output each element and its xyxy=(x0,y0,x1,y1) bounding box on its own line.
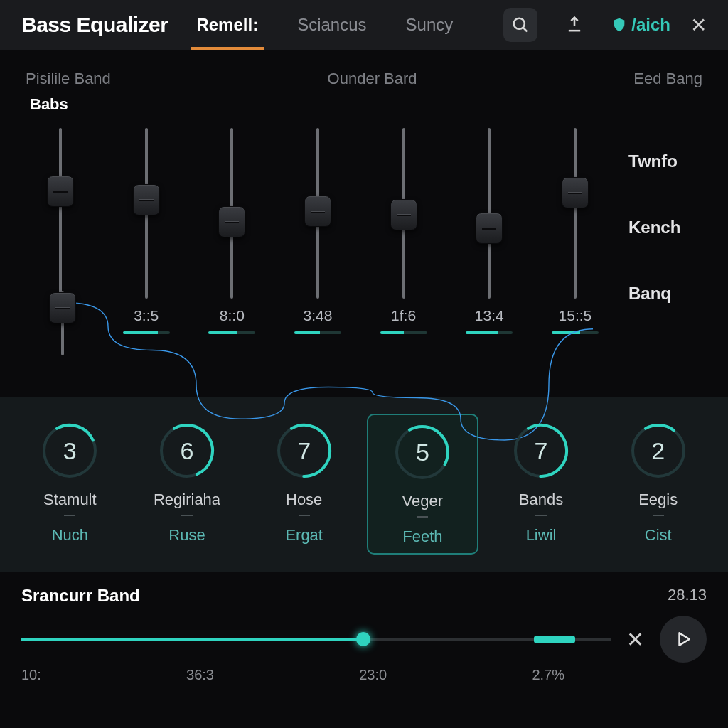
search-button[interactable] xyxy=(503,8,537,42)
eq-slider-5[interactable]: 13:4 xyxy=(471,128,507,334)
tab-remell[interactable]: Remell: xyxy=(196,0,258,50)
slider-thumb[interactable] xyxy=(476,213,503,244)
tab-sciancus[interactable]: Sciancus xyxy=(297,0,366,50)
preset-hose[interactable]: 7HoseErgat xyxy=(250,414,358,555)
eq-label-left: Pisilile Band xyxy=(26,70,111,88)
app-title: Bass Equalizer xyxy=(21,13,168,37)
eq-stage: 3::58::03:481f:613:415::5 Twnfo Kench Ba… xyxy=(21,114,707,384)
slider-thumb[interactable] xyxy=(218,206,245,237)
tick-1: 10: xyxy=(21,667,41,683)
preset-sub: Ruse xyxy=(168,526,205,545)
preset-name: Eegis xyxy=(638,491,678,509)
preset-sub: Cist xyxy=(645,526,672,545)
equalizer-panel: Pisilile Band Ounder Bard Eed Bang Babs … xyxy=(0,50,728,397)
eq-slider-6[interactable]: 15::5 xyxy=(557,128,593,334)
slider-track xyxy=(574,128,577,299)
eq-babs-label: Babs xyxy=(30,95,707,114)
progress-handle[interactable] xyxy=(356,632,370,646)
export-icon xyxy=(564,15,584,35)
slider-mini-bar xyxy=(294,331,341,334)
tabs: Remell: Sciancus Suncy xyxy=(196,0,453,50)
eq-right-label-3: Banq xyxy=(628,284,671,304)
eq-slider-2[interactable]: 8::0 xyxy=(214,128,250,334)
preset-eegis[interactable]: 2EegisCist xyxy=(604,414,712,555)
preset-dial: 3 xyxy=(40,421,100,481)
slider-thumb[interactable] xyxy=(133,184,160,215)
export-button[interactable] xyxy=(557,8,592,42)
slider-value-label: 1f:6 xyxy=(391,307,416,324)
shield-icon xyxy=(611,17,627,33)
slider-value-label: 3:48 xyxy=(304,307,333,324)
preset-dial: 6 xyxy=(157,421,217,481)
preset-number: 5 xyxy=(392,422,452,482)
eq-extra-slider[interactable] xyxy=(61,291,64,355)
slider-thumb[interactable] xyxy=(562,177,589,208)
slider-thumb[interactable] xyxy=(390,199,417,230)
preset-dial: 7 xyxy=(511,421,571,481)
eq-right-label-2: Kench xyxy=(628,218,680,237)
slider-mini-bar xyxy=(208,331,255,334)
preset-number: 6 xyxy=(157,421,217,481)
progress-row: ✕ xyxy=(21,616,707,663)
slider-mini-bar xyxy=(123,331,170,334)
slider-value-label: 13:4 xyxy=(475,307,504,324)
slider-mini-bar xyxy=(552,331,599,334)
progress-segment xyxy=(534,636,575,643)
eq-top-labels: Pisilile Band Ounder Bard Eed Bang xyxy=(21,70,707,88)
transport-close-button[interactable]: ✕ xyxy=(626,627,644,652)
preset-bands[interactable]: 7BandsLiwil xyxy=(487,414,596,555)
eq-slider-1[interactable]: 3::5 xyxy=(129,128,164,334)
eq-right-label-1: Twnfo xyxy=(628,151,678,171)
preset-dial: 7 xyxy=(274,421,334,481)
tick-4: 2.7% xyxy=(532,667,564,683)
preset-dial: 2 xyxy=(628,421,688,481)
tick-3: 23:0 xyxy=(359,667,387,683)
eq-extra-thumb[interactable] xyxy=(49,292,76,323)
preset-name: Veger xyxy=(402,492,444,510)
slider-value-label: 8::0 xyxy=(220,307,245,324)
eq-slider-4[interactable]: 1f:6 xyxy=(386,128,422,334)
preset-sub: Nuch xyxy=(52,526,88,545)
track-title: Srancurr Band xyxy=(21,586,140,606)
progress-fill xyxy=(21,638,363,641)
slider-track xyxy=(316,128,319,299)
play-icon xyxy=(674,630,692,648)
eq-slider-3[interactable]: 3:48 xyxy=(300,128,336,334)
slider-thumb[interactable] xyxy=(47,176,74,207)
slider-track xyxy=(145,128,148,299)
close-button[interactable]: ✕ xyxy=(690,14,707,37)
slider-value-label: 15::5 xyxy=(559,307,592,324)
slider-thumb[interactable] xyxy=(304,196,331,227)
preset-sub: Feeth xyxy=(402,528,442,546)
preset-sub: Ergat xyxy=(285,526,323,545)
preset-veger[interactable]: 5VegerFeeth xyxy=(367,414,478,555)
slider-track xyxy=(402,128,405,299)
eq-right-labels: Twnfo Kench Banq xyxy=(621,114,707,384)
tab-suncy[interactable]: Suncy xyxy=(406,0,454,50)
slider-mini-bar xyxy=(466,331,513,334)
svg-marker-8 xyxy=(680,633,690,645)
slider-value-label: 3::5 xyxy=(134,307,159,324)
presets-row: 3StamultNuch 6RegiriahaRuse 7HoseErgat 5… xyxy=(0,397,728,572)
track-total-time: 28.13 xyxy=(668,586,707,606)
progress-bar[interactable] xyxy=(21,632,611,646)
slider-track xyxy=(488,128,491,299)
transport-head: Srancurr Band 28.13 xyxy=(21,586,707,606)
preset-number: 3 xyxy=(40,421,100,481)
preset-name: Hose xyxy=(286,491,322,509)
preset-divider xyxy=(653,515,664,516)
preset-stamult[interactable]: 3StamultNuch xyxy=(16,414,124,555)
aich-link[interactable]: /aich xyxy=(611,15,670,35)
header-actions: /aich ✕ xyxy=(503,8,707,42)
preset-divider xyxy=(181,515,193,516)
preset-number: 7 xyxy=(274,421,334,481)
play-button[interactable] xyxy=(660,616,707,663)
preset-regiriaha[interactable]: 6RegiriahaRuse xyxy=(133,414,242,555)
svg-line-1 xyxy=(523,28,528,32)
preset-name: Stamult xyxy=(43,491,97,509)
preset-sub: Liwil xyxy=(526,526,557,545)
eq-sliders: 3::58::03:481f:613:415::5 xyxy=(43,114,621,384)
aich-label: /aich xyxy=(631,15,670,35)
eq-label-center: Ounder Bard xyxy=(328,70,417,88)
svg-point-0 xyxy=(514,18,525,29)
